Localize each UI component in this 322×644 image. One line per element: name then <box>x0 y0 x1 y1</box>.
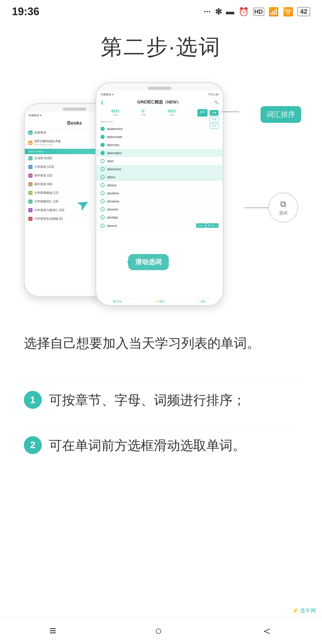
signal-bar-icon: 📶 <box>268 7 279 17</box>
chevron-right-icon: › <box>218 143 219 147</box>
letter-icon: U <box>28 191 32 195</box>
main-content: 第二步·选词 中国移动 ▾ 下午2:47 Books ▬ 全部单词 ▬ <box>0 21 322 489</box>
tab-random[interactable]: ⚡ 随机 <box>155 300 165 304</box>
word-item-abridge[interactable]: abridge › <box>96 213 223 222</box>
word-text: abridge <box>107 216 218 219</box>
tab-confirm[interactable]: ✓ 确定 <box>198 300 206 304</box>
word-item-abrasive[interactable]: abrasive › <box>96 197 223 205</box>
feature-list: 1 可按章节、字母、词频进行排序； 2 可在单词前方选框滑动选取单词。 <box>18 390 304 471</box>
sort-alpha-btn[interactable]: 字母 <box>210 117 219 122</box>
word-item-abolition[interactable]: abolition › <box>96 189 223 197</box>
nav-home-icon[interactable]: ○ <box>155 624 162 637</box>
wifi-icon: 🛜 <box>283 7 293 17</box>
already-selected-badge: 已选 0 <box>196 223 206 228</box>
select-circle <box>100 199 105 203</box>
word-item-abatement[interactable]: abatement › <box>96 125 223 133</box>
sort-button[interactable]: 排序 <box>197 109 208 117</box>
bottom-nav: ≡ ○ ＜ <box>0 617 322 644</box>
copy-icon: ⧉ <box>280 199 286 209</box>
word-item-aberration[interactable]: aberration › <box>96 149 223 157</box>
right-carrier: 中国移动 ▾ <box>100 93 114 97</box>
stat-number: 6523 <box>112 109 120 113</box>
item-label: 大学英语精选 (12) <box>34 191 58 195</box>
nav-back-icon[interactable]: ＜ <box>261 623 273 639</box>
sort-chapter-btn[interactable]: 章节 <box>210 123 219 129</box>
sort-options: 词频 字母 章节 <box>210 110 219 129</box>
watermark-logo: ⚡ <box>292 607 299 614</box>
item-label: 大学四级词汇 (14) <box>34 199 58 204</box>
divider-1 <box>18 380 304 381</box>
bookmark-icon: ▬ <box>28 131 32 135</box>
letter-icon: C <box>28 156 32 160</box>
stat-selected: 0° 已选 <box>141 109 146 117</box>
feature-item-1: 1 可按章节、字母、词频进行排序； <box>24 390 298 411</box>
phones-area: 中国移动 ▾ 下午2:47 Books ▬ 全部单词 ▬ SAT巴朗词表乱序版 … <box>18 79 304 312</box>
chevron-right-icon: › <box>218 208 219 211</box>
item-label: 大学英语专业四级 (5) <box>34 217 63 221</box>
select-circle <box>100 151 105 155</box>
word-text: abolition <box>107 191 218 195</box>
alarm-icon: ⏰ <box>239 7 249 17</box>
stat-number: 0° <box>141 109 146 113</box>
word-item-abbreviate[interactable]: abbreviate › <box>96 133 223 141</box>
nav-menu-icon[interactable]: ≡ <box>49 624 56 637</box>
word-item-absent[interactable]: absent 已选 0 建议选 0 <box>96 222 223 230</box>
bottom-tabbar: ☰ 筛选 ⚡ 随机 ✓ 确定 <box>96 298 223 305</box>
bookmark-icon: ▬ <box>28 141 32 145</box>
word-list-header: Word List 1 <box>96 119 223 125</box>
word-text: abet <box>107 159 218 163</box>
phone-speaker-right <box>148 87 171 90</box>
word-text: abbreviate <box>107 135 218 139</box>
page-title: 第二步·选词 <box>101 33 221 61</box>
select-circle <box>100 207 105 211</box>
select-circle <box>100 167 105 171</box>
chevron-right-icon: › <box>218 216 219 219</box>
word-item-abet[interactable]: abet › <box>96 157 223 165</box>
right-phone-title: GRE词汇精选（NEW） <box>104 100 214 105</box>
feature-text-2: 可在单词前方选框滑动选取单词。 <box>49 435 298 456</box>
word-item-abeyance[interactable]: abeyance <box>96 165 223 173</box>
select-circle <box>100 143 105 147</box>
word-text: abeyance <box>107 167 219 171</box>
description-text: 选择自己想要加入当天学习列表的单词。 <box>18 333 304 354</box>
right-time: 下午2:46 <box>208 93 219 97</box>
word-item-abhor[interactable]: abhor › <box>96 173 223 181</box>
select-circle <box>100 135 105 139</box>
letter-icon: M <box>28 174 32 178</box>
chevron-right-icon: › <box>218 176 219 179</box>
word-item-abreast[interactable]: abreast › <box>96 205 223 213</box>
left-carrier: 中国移动 ▾ <box>28 114 41 117</box>
select-circle <box>100 191 105 195</box>
word-text: abhor <box>107 175 218 179</box>
bluetooth-icon: ✻ <box>215 7 222 17</box>
battery-level-icon: 42 <box>298 7 310 16</box>
word-text: aberrant <box>107 143 218 147</box>
battery-icon: ▬ <box>226 7 234 16</box>
word-text: ablaze <box>107 183 218 187</box>
select-circle <box>100 215 105 219</box>
item-label: 云词库 (0/20) <box>34 156 52 160</box>
stat-number: 6523 <box>168 109 176 113</box>
word-text: aberration <box>107 151 218 155</box>
letter-icon: H <box>28 182 32 186</box>
watermark-text: 道牛网 <box>300 607 316 614</box>
word-item-aberrant[interactable]: aberrant › <box>96 141 223 149</box>
word-item-ablaze[interactable]: ablaze › <box>96 181 223 189</box>
sort-freq-btn[interactable]: 词频 <box>210 110 219 116</box>
stat-unselected: 6523 未选 <box>112 109 120 117</box>
slide-tooltip: 滑动选词 <box>128 254 169 270</box>
word-text: abreast <box>107 208 218 211</box>
feature-number-2: 2 <box>24 436 42 454</box>
tab-filter[interactable]: ☰ 筛选 <box>113 300 122 304</box>
feature-item-2: 2 可在单词前方选框滑动选取单词。 <box>24 435 298 456</box>
chevron-right-icon: › <box>218 192 219 195</box>
stat-total: 6523 全部 <box>168 109 176 117</box>
signal-dots-icon: ··· <box>204 7 210 16</box>
item-sublabel: 已学习93/20 (0.0%) <box>34 143 61 146</box>
letter-icon: P <box>28 165 32 169</box>
stat-label: 全部 <box>168 113 176 117</box>
word-text: absent <box>107 224 196 227</box>
stat-label: 已选 <box>141 113 146 117</box>
letter-icon: U <box>28 199 32 204</box>
select-word-label: 选词 <box>279 210 287 216</box>
